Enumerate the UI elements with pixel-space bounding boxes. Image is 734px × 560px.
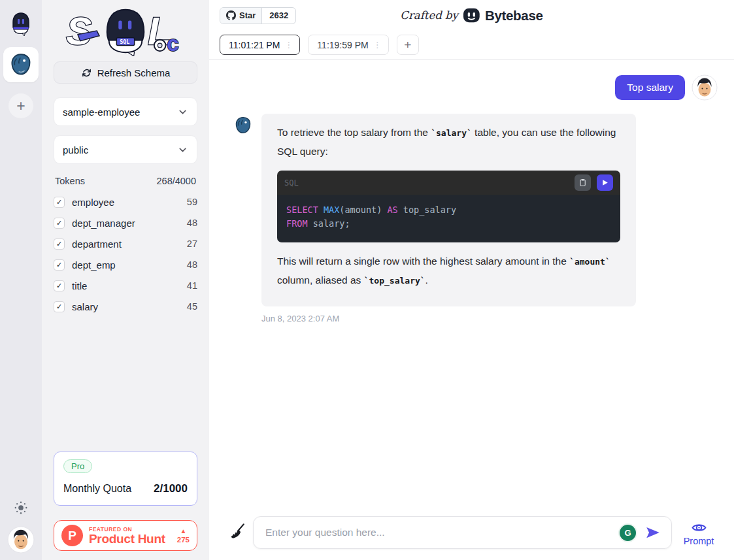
table-name: dept_emp (72, 259, 116, 271)
code-line: SELECT MAX(amount) AS top_salary (286, 203, 611, 217)
svg-text:SQL: SQL (120, 39, 129, 45)
plus-icon: + (404, 38, 411, 52)
assistant-message-row: To retrieve the top salary from the `sal… (234, 114, 718, 306)
schema-select[interactable]: public (54, 135, 197, 164)
code-line: FROM salary; (286, 217, 611, 231)
postgres-icon (234, 116, 252, 135)
table-token-count: 27 (187, 239, 197, 249)
assistant-paragraph-2: This will return a single row with the h… (277, 252, 620, 290)
refresh-schema-button[interactable]: Refresh Schema (54, 61, 197, 84)
table-token-count: 41 (187, 280, 197, 291)
main-panel: Star 2632 Crafted by Bytebase (209, 0, 734, 560)
user-message-avatar (692, 74, 718, 101)
crafted-by-label: Crafted by (400, 9, 458, 22)
conversation-tabs: 11:01:21 PM ⋮ 11:19:59 PM ⋮ + (220, 35, 724, 55)
tab-conversation-active[interactable]: 11:01:21 PM ⋮ (220, 35, 300, 55)
product-hunt-name: Product Hunt (89, 533, 165, 546)
bytebase-wordmark: Bytebase (485, 8, 543, 24)
inline-code: `salary` (431, 128, 472, 138)
monthly-quota-label: Monthly Quota (63, 483, 131, 495)
github-icon (226, 10, 236, 20)
prompt-label: Prompt (684, 536, 714, 546)
user-face-icon (7, 526, 35, 553)
grammarly-icon[interactable]: G (620, 525, 636, 541)
table-row: ✓ salary 45 (54, 296, 197, 317)
sqlchat-bot-avatar[interactable] (8, 10, 34, 37)
table-token-count: 48 (187, 259, 197, 270)
refresh-icon (81, 67, 92, 78)
connection-item-postgres[interactable] (3, 47, 39, 82)
github-star-button[interactable]: Star 2632 (220, 7, 296, 24)
monthly-quota-value: 2/1000 (154, 482, 188, 495)
tab-label: 11:01:21 PM (229, 40, 280, 50)
clipboard-icon (578, 178, 588, 188)
tab-conversation-inactive[interactable]: 11:19:59 PM ⋮ (308, 35, 388, 55)
refresh-schema-label: Refresh Schema (97, 67, 171, 78)
clear-conversation-button[interactable] (229, 523, 246, 541)
table-name: salary (72, 301, 98, 312)
product-hunt-logo: P (61, 525, 83, 546)
chevron-down-icon (177, 144, 188, 156)
table-checkbox[interactable]: ✓ (54, 259, 65, 271)
add-connection-button[interactable]: + (8, 93, 33, 118)
inline-code: `top_salary` (364, 276, 425, 286)
tab-label: 11:19:59 PM (317, 40, 368, 50)
table-row: ✓ dept_emp 48 (54, 254, 197, 275)
product-hunt-votes: ▲ 275 (177, 527, 190, 544)
chat-area: Top salary (209, 60, 734, 516)
product-hunt-eyebrow: FEATURED ON (89, 526, 165, 533)
plus-icon: + (16, 97, 25, 115)
inline-code: `amount` (569, 257, 610, 267)
sun-icon (14, 501, 28, 515)
tokens-row: Tokens 268/4000 (55, 176, 196, 186)
svg-text:c: c (167, 31, 178, 56)
sql-code-block: SQL (277, 171, 620, 242)
star-count: 2632 (262, 8, 295, 24)
question-input[interactable] (264, 526, 611, 539)
table-checkbox[interactable]: ✓ (54, 280, 65, 291)
account-avatar[interactable] (7, 526, 35, 553)
new-conversation-button[interactable]: + (397, 35, 419, 55)
assistant-paragraph-1: To retrieve the top salary from the `sal… (277, 124, 620, 161)
main-header: Star 2632 Crafted by Bytebase (209, 0, 734, 60)
user-message-bubble: Top salary (615, 75, 685, 100)
table-name: employee (72, 197, 114, 208)
table-row: ✓ dept_manager 48 (54, 212, 197, 233)
question-input-wrapper: G (253, 516, 672, 549)
table-checkbox[interactable]: ✓ (54, 197, 65, 208)
table-row: ✓ department 27 (54, 233, 197, 254)
user-message-row: Top salary (234, 74, 718, 101)
table-checkbox[interactable]: ✓ (54, 218, 65, 229)
composer: G Prompt (209, 516, 734, 560)
bot-icon (8, 10, 34, 37)
table-checkbox[interactable]: ✓ (54, 301, 65, 312)
theme-toggle-button[interactable] (14, 501, 28, 518)
copy-code-button[interactable] (575, 174, 591, 191)
postgres-icon (9, 53, 33, 76)
table-token-count: 45 (187, 301, 197, 312)
sqlchat-app: + (0, 0, 734, 560)
kebab-menu-icon[interactable]: ⋮ (369, 40, 386, 50)
table-row: ✓ title 41 (54, 275, 197, 296)
table-token-count: 59 (187, 197, 197, 207)
kebab-menu-icon[interactable]: ⋮ (280, 40, 297, 50)
upvote-triangle-icon: ▲ (180, 527, 186, 535)
table-checkbox[interactable]: ✓ (54, 239, 65, 250)
table-list: ✓ employee 59 ✓ dept_manager 48 ✓ depart… (54, 191, 197, 317)
chevron-down-icon (177, 107, 188, 118)
quota-card: Pro Monthly Quota 2/1000 (54, 452, 197, 506)
code-block-body: SELECT MAX(amount) AS top_salaryFROM sal… (277, 195, 620, 242)
database-select-value: sample-employee (63, 107, 140, 118)
prompt-button[interactable]: Prompt (680, 519, 717, 546)
product-hunt-badge[interactable]: P FEATURED ON Product Hunt ▲ 275 (54, 520, 197, 551)
connection-rail: + (0, 0, 42, 560)
eye-icon (691, 519, 707, 536)
product-hunt-vote-count: 275 (177, 536, 190, 544)
crafted-by[interactable]: Crafted by Bytebase (400, 7, 542, 24)
run-query-button[interactable] (597, 174, 613, 191)
send-button[interactable] (644, 524, 661, 541)
assistant-message-bubble: To retrieve the top salary from the `sal… (261, 114, 636, 306)
table-name: title (72, 280, 87, 291)
table-token-count: 48 (187, 218, 197, 228)
database-select[interactable]: sample-employee (54, 97, 197, 126)
